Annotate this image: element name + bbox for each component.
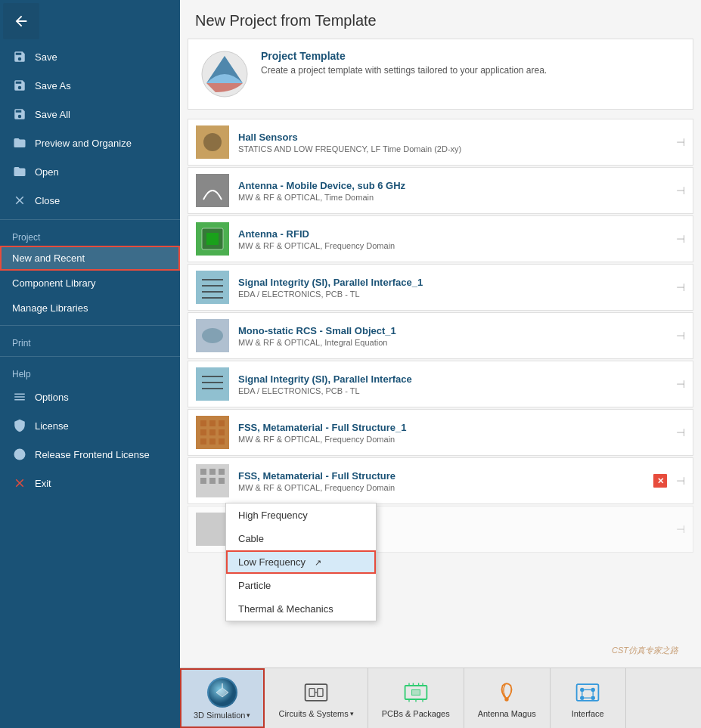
sidebar-item-options[interactable]: Options bbox=[0, 383, 180, 411]
svg-rect-25 bbox=[200, 438, 206, 445]
toolbar-btn-interface[interactable]: Interface bbox=[551, 668, 626, 728]
template-card-description: Create a project template with settings … bbox=[261, 65, 547, 76]
divider-3 bbox=[0, 356, 180, 357]
dropdown-arrow: ▾ bbox=[350, 710, 354, 717]
sidebar-item-exit[interactable]: Exit bbox=[0, 469, 180, 497]
dropdown-item-thermal[interactable]: Thermal & Mechanics bbox=[226, 597, 376, 621]
list-item[interactable]: Hall Sensors STATICS AND LOW FREQUENCY, … bbox=[188, 119, 693, 166]
save-as-icon bbox=[12, 78, 27, 93]
list-item[interactable]: FSS, Metamaterial - Full Structure_1 MW … bbox=[188, 409, 693, 456]
svg-rect-24 bbox=[219, 429, 225, 435]
save-all-label: Save All bbox=[35, 109, 70, 120]
page-title: New Project from Template bbox=[195, 12, 686, 29]
svg-rect-26 bbox=[209, 438, 216, 445]
release-label: Release Frontend License bbox=[35, 449, 150, 460]
svg-rect-21 bbox=[219, 420, 225, 426]
preview-label: Preview and Organize bbox=[35, 138, 132, 149]
sidebar-item-preview[interactable]: Preview and Organize bbox=[0, 129, 180, 157]
sidebar-item-save-all[interactable]: Save All bbox=[0, 100, 180, 129]
item-info: Signal Integrity (SI), Parallel Interfac… bbox=[238, 373, 670, 395]
dropdown-label: Cable bbox=[238, 533, 264, 544]
svg-rect-31 bbox=[219, 469, 225, 475]
save-all-icon bbox=[12, 107, 27, 122]
sidebar-item-manage-libraries[interactable]: Manage Libraries bbox=[0, 296, 180, 321]
preview-icon bbox=[12, 135, 27, 150]
item-thumb bbox=[196, 271, 229, 304]
list-item[interactable]: Mono-static RCS - Small Object_1 MW & RF… bbox=[188, 312, 693, 359]
list-item[interactable]: Antenna - RFID MW & RF & OPTICAL, Freque… bbox=[188, 215, 693, 262]
item-title: Hall Sensors bbox=[238, 132, 670, 143]
list-item[interactable]: FSS, Metamaterial - Full Structure MW & … bbox=[188, 457, 693, 504]
svg-point-43 bbox=[504, 697, 508, 701]
sidebar-item-license[interactable]: License bbox=[0, 411, 180, 440]
new-recent-label: New and Recent bbox=[12, 252, 85, 264]
sidebar-item-save[interactable]: Save bbox=[0, 42, 180, 71]
exit-label: Exit bbox=[35, 478, 51, 489]
item-title: Antenna - Mobile Device, sub 6 GHz bbox=[238, 180, 670, 191]
pcbs-label: PCBs & Packages bbox=[382, 709, 450, 718]
pin-icon: ⊣ bbox=[676, 330, 685, 342]
bottom-toolbar: 3D Simulation ▾ Circuits & Systems ▾ bbox=[180, 668, 701, 728]
list-item[interactable]: Antenna - Mobile Device, sub 6 GHz MW & … bbox=[188, 167, 693, 214]
list-item[interactable]: Signal Integrity (SI), Parallel Interfac… bbox=[188, 361, 693, 407]
svg-rect-42 bbox=[411, 689, 420, 695]
save-label: Save bbox=[35, 51, 57, 63]
dropdown-label: Thermal & Mechanics bbox=[238, 603, 333, 615]
antenna-magus-label: Antenna Magus bbox=[478, 709, 536, 718]
dropdown-label: Low Frequency bbox=[238, 556, 306, 568]
close-label: Close bbox=[35, 195, 60, 206]
sidebar-item-new-recent[interactable]: New and Recent bbox=[0, 246, 180, 271]
pcbs-icon bbox=[402, 679, 430, 706]
svg-rect-19 bbox=[200, 420, 206, 426]
pin-icon: ⊣ bbox=[676, 281, 685, 293]
svg-rect-6 bbox=[206, 233, 219, 245]
dropdown-item-cable[interactable]: Cable bbox=[226, 527, 376, 550]
item-subtitle: MW & RF & OPTICAL, Frequency Domain bbox=[238, 241, 670, 250]
svg-rect-35 bbox=[196, 513, 229, 546]
item-info: Signal Integrity (SI), Parallel Interfac… bbox=[238, 277, 670, 299]
svg-rect-23 bbox=[209, 429, 216, 435]
list-item[interactable]: Signal Integrity (SI), Parallel Interfac… bbox=[188, 264, 693, 311]
dropdown-label: Particle bbox=[238, 580, 271, 591]
new-template-card[interactable]: Project Template Create a project templa… bbox=[188, 39, 693, 110]
sidebar-item-release-frontend[interactable]: Release Frontend License bbox=[0, 440, 180, 469]
svg-rect-22 bbox=[200, 429, 206, 435]
toolbar-btn-3d-sim[interactable]: 3D Simulation ▾ bbox=[180, 668, 265, 728]
sidebar-item-close[interactable]: Close bbox=[0, 186, 180, 215]
template-list: Hall Sensors STATICS AND LOW FREQUENCY, … bbox=[180, 116, 701, 668]
toolbar-btn-pcbs[interactable]: PCBs & Packages bbox=[368, 668, 464, 728]
template-area: Project Template Create a project templa… bbox=[180, 39, 701, 668]
item-subtitle: MW & RF & OPTICAL, Frequency Domain bbox=[238, 435, 670, 444]
back-button[interactable] bbox=[3, 3, 39, 39]
sidebar-item-open[interactable]: Open bbox=[0, 157, 180, 186]
item-thumb bbox=[196, 319, 229, 352]
main-header: New Project from Template bbox=[180, 0, 701, 39]
interface-icon bbox=[574, 679, 601, 706]
item-title: Mono-static RCS - Small Object_1 bbox=[238, 325, 670, 336]
item-thumb bbox=[196, 222, 229, 256]
exit-icon bbox=[12, 476, 27, 491]
toolbar-btn-circuits[interactable]: Circuits & Systems ▾ bbox=[265, 668, 368, 728]
dropdown-item-low-freq[interactable]: Low Frequency ↗ bbox=[226, 550, 376, 574]
antenna-magus-icon bbox=[493, 679, 520, 706]
pin-icon: ⊣ bbox=[676, 184, 685, 197]
toolbar-btn-antenna-magus[interactable]: Antenna Magus bbox=[464, 668, 551, 728]
sidebar-item-save-as[interactable]: Save As bbox=[0, 71, 180, 100]
divider-1 bbox=[0, 219, 180, 220]
license-icon bbox=[12, 418, 27, 433]
svg-rect-29 bbox=[200, 469, 206, 475]
item-thumb bbox=[196, 174, 229, 207]
cursor-indicator: ↗ bbox=[315, 558, 321, 567]
app-container: Save Save As Save All Preview and Organi… bbox=[0, 0, 701, 728]
svg-rect-34 bbox=[219, 478, 225, 484]
sidebar-item-component-library[interactable]: Component Library bbox=[0, 271, 180, 296]
new-template-icon bbox=[200, 50, 249, 98]
delete-icon[interactable]: ✕ bbox=[653, 474, 667, 488]
dropdown-arrow: ▾ bbox=[247, 711, 250, 719]
dropdown-item-particle[interactable]: Particle bbox=[226, 574, 376, 597]
dropdown-item-high-freq[interactable]: High Frequency bbox=[226, 503, 376, 527]
svg-point-46 bbox=[580, 695, 584, 699]
dropdown-menu: High Frequency Cable Low Frequency ↗ Par… bbox=[225, 503, 377, 621]
svg-point-13 bbox=[202, 328, 223, 343]
license-label: License bbox=[35, 420, 69, 432]
